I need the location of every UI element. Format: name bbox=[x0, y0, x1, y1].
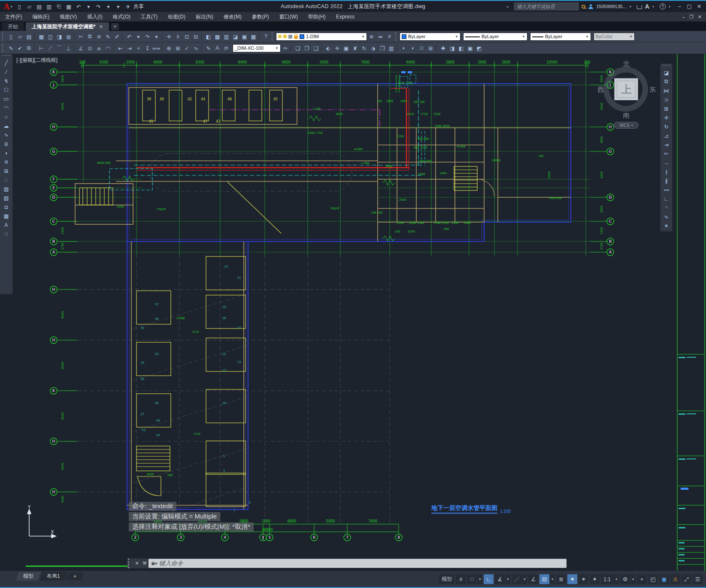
move-small-icon[interactable]: ✛ bbox=[333, 44, 342, 52]
customization-icon[interactable]: ☰ bbox=[693, 574, 703, 584]
doc-minimize-button[interactable]: – bbox=[682, 14, 685, 20]
help-icon[interactable]: ? bbox=[261, 32, 270, 41]
blend-icon[interactable]: ∿ bbox=[661, 212, 672, 221]
publish-icon[interactable]: ◨ bbox=[55, 32, 64, 41]
minimize-button[interactable]: – bbox=[676, 3, 683, 9]
menu-file[interactable]: 文件(F) bbox=[0, 12, 27, 21]
properties-toolbar-grip[interactable] bbox=[395, 32, 398, 41]
circle-icon[interactable]: ○ bbox=[1, 112, 12, 121]
hatch-icon[interactable]: ▨ bbox=[1, 184, 12, 193]
calculator-icon[interactable]: ▦ bbox=[249, 32, 258, 41]
maximize-button[interactable]: ▢ bbox=[686, 3, 693, 9]
dim-edit-icon[interactable]: ✎ bbox=[204, 44, 213, 52]
ellipse-icon[interactable]: ⊜ bbox=[1, 139, 12, 148]
wcs-dropdown[interactable]: WCS▾ bbox=[614, 122, 639, 129]
polar-dropdown[interactable]: ▾ bbox=[505, 574, 510, 584]
modify-toolbar-grip[interactable] bbox=[663, 65, 670, 67]
command-close-icon[interactable]: ✕ bbox=[133, 561, 141, 566]
arc-edit-icon[interactable]: ◗ bbox=[399, 44, 408, 52]
copy-clip-icon[interactable]: ⧉ bbox=[85, 32, 94, 41]
snap-mode-icon[interactable]: ∷ bbox=[467, 574, 477, 584]
new-layer-icon[interactable]: ✚ bbox=[439, 44, 448, 52]
ortho-mode-icon[interactable]: ∟ bbox=[484, 574, 494, 584]
revcloud-icon[interactable]: ☁ bbox=[1, 121, 12, 130]
dim-baseline-icon[interactable]: ⇥ bbox=[125, 44, 134, 52]
dim-diameter-icon[interactable]: ⌀ bbox=[94, 44, 103, 52]
annotation-monitor-icon[interactable]: ⚠ bbox=[670, 574, 680, 584]
dim-arc-icon[interactable]: ⌒ bbox=[55, 44, 64, 52]
styles-toolbar-grip[interactable] bbox=[2, 44, 5, 52]
point-style-icon[interactable]: ∷ bbox=[1, 229, 12, 238]
layer-toolbar-grip[interactable] bbox=[272, 32, 275, 41]
undo-icon[interactable]: ↶ bbox=[74, 2, 83, 11]
erase2-icon[interactable]: ◖ bbox=[408, 44, 417, 52]
doc-close-button[interactable]: ✕ bbox=[698, 14, 702, 20]
plot-preview-icon[interactable]: ◫ bbox=[46, 32, 55, 41]
join-icon[interactable]: ⊶ bbox=[661, 185, 672, 194]
isolate-objects-icon[interactable]: ◰ bbox=[648, 574, 658, 584]
redo-icon[interactable]: ↷ bbox=[143, 32, 152, 41]
dim-inspect-icon[interactable]: ✓ bbox=[182, 44, 191, 52]
recent-commands-icon[interactable]: ▣▾ bbox=[151, 561, 157, 566]
tolerance-icon[interactable]: ⊞ bbox=[173, 44, 182, 52]
command-bar[interactable]: ✕ ⚒ ▣▾ 键入命令 bbox=[127, 558, 567, 568]
menu-express[interactable]: Express bbox=[331, 13, 360, 21]
menu-edit[interactable]: 编辑(E) bbox=[27, 12, 55, 21]
tab-model[interactable]: 模型 bbox=[16, 572, 41, 581]
draw-toolbar-grip[interactable] bbox=[3, 55, 10, 57]
menu-parametric[interactable]: 参数(P) bbox=[247, 12, 274, 21]
dim-aligned-icon[interactable]: ⟋ bbox=[46, 44, 55, 52]
draworder-back-icon[interactable]: ❐ bbox=[302, 44, 311, 52]
copy-layer-icon[interactable]: ⊞ bbox=[426, 44, 435, 52]
match-properties-icon[interactable]: ✎ bbox=[103, 32, 112, 41]
dim-style-check-icon[interactable]: ✔ bbox=[15, 44, 24, 52]
tab-start[interactable]: 开始 bbox=[2, 22, 24, 31]
add-layout-button[interactable]: + bbox=[66, 573, 84, 580]
menu-tools[interactable]: 工具(T) bbox=[136, 12, 163, 21]
region-icon[interactable]: ◘ bbox=[1, 202, 12, 211]
zoom-window-icon[interactable]: ⊡ bbox=[182, 32, 191, 41]
trim-icon[interactable]: ✂ bbox=[661, 149, 672, 158]
open-file-icon[interactable]: ▱ bbox=[25, 2, 34, 11]
spline-icon[interactable]: ∿ bbox=[1, 130, 12, 139]
rect-array-icon[interactable]: ▣ bbox=[342, 44, 351, 52]
erase-small-icon[interactable]: ✘ bbox=[351, 44, 360, 52]
grid-display-icon[interactable]: # bbox=[456, 574, 466, 584]
viewcube[interactable]: 北 南 西 东 上 WCS▾ bbox=[600, 61, 652, 130]
lineweight-icon[interactable]: ≣ bbox=[556, 574, 566, 584]
point-icon[interactable]: ∴ bbox=[1, 175, 12, 184]
share-label[interactable]: 共享 bbox=[133, 3, 144, 10]
linetype-dropdown[interactable]: ByLayer ▼ bbox=[463, 33, 527, 41]
stretch-icon[interactable]: ⇥ bbox=[661, 140, 672, 149]
gradient-icon[interactable]: ▧ bbox=[1, 193, 12, 202]
stretch-small-icon[interactable]: ▥ bbox=[387, 44, 396, 52]
line-icon[interactable]: ╱ bbox=[1, 58, 12, 67]
viewcube-south[interactable]: 南 bbox=[600, 112, 652, 120]
save-as-icon[interactable]: ▥ bbox=[45, 2, 54, 11]
mirror-icon[interactable]: ⋈ bbox=[661, 86, 672, 95]
doc-restore-button[interactable]: ❐ bbox=[689, 14, 694, 20]
model-paper-toggle[interactable]: 模型 bbox=[439, 574, 455, 584]
layer-previous-icon[interactable]: ⇚ bbox=[376, 32, 385, 41]
layer-on-icon[interactable] bbox=[278, 35, 282, 38]
logo-dropdown[interactable]: ▾ bbox=[11, 5, 12, 9]
tab-layout1[interactable]: 布局1 bbox=[39, 572, 68, 581]
auto-annotation-icon[interactable]: ✶ bbox=[579, 574, 588, 584]
workspace-gear-icon[interactable]: ⚙ bbox=[620, 574, 630, 584]
open-icon[interactable]: ▱ bbox=[15, 32, 24, 41]
dim-continue-icon[interactable]: ⫞ bbox=[134, 44, 143, 52]
osnap-dropdown[interactable]: ▾ bbox=[550, 574, 555, 584]
polyline-icon[interactable]: ↯ bbox=[1, 76, 12, 85]
osnap-tracking-icon[interactable]: ∠ bbox=[528, 574, 538, 584]
plus-icon[interactable]: + bbox=[637, 574, 647, 584]
plot-icon[interactable]: ▦ bbox=[37, 32, 46, 41]
make-layer-current-icon[interactable]: ≋ bbox=[367, 32, 376, 41]
menu-window[interactable]: 窗口(W) bbox=[274, 12, 303, 21]
dim-linear-icon[interactable]: ⊢ bbox=[37, 44, 46, 52]
rotate-small-icon[interactable]: ↻ bbox=[360, 44, 369, 52]
layer-thaw-icon[interactable] bbox=[283, 35, 287, 38]
dimstyle-dropdown[interactable]: _DIM-XC-100 ▼ bbox=[233, 44, 281, 52]
isodraft-dropdown[interactable]: ▾ bbox=[522, 574, 527, 584]
dim-update-icon[interactable]: ⟳ bbox=[222, 44, 231, 52]
command-bar-grip[interactable] bbox=[128, 558, 133, 568]
